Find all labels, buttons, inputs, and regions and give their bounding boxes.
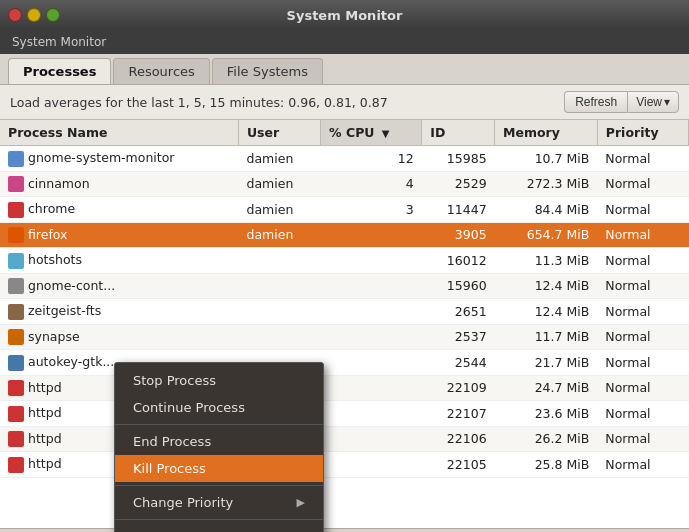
ctx-kill-process[interactable]: Kill Process <box>115 455 323 482</box>
process-priority: Normal <box>597 401 688 427</box>
maximize-button[interactable] <box>46 8 60 22</box>
process-id: 11447 <box>422 197 495 223</box>
ctx-change-priority[interactable]: Change Priority ▶ <box>115 489 323 516</box>
toolbar: Load averages for the last 1, 5, 15 minu… <box>0 85 689 120</box>
tab-processes[interactable]: Processes <box>8 58 111 84</box>
process-icon <box>8 278 24 294</box>
process-memory: 272.3 MiB <box>495 171 598 197</box>
process-priority: Normal <box>597 324 688 350</box>
process-icon <box>8 355 24 371</box>
process-memory: 21.7 MiB <box>495 350 598 376</box>
col-priority[interactable]: Priority <box>597 120 688 146</box>
col-process-name[interactable]: Process Name <box>0 120 238 146</box>
window-controls <box>8 8 60 22</box>
ctx-continue-process[interactable]: Continue Process <box>115 394 323 421</box>
process-memory: 11.7 MiB <box>495 324 598 350</box>
tab-file-systems[interactable]: File Systems <box>212 58 323 84</box>
process-name: httpd <box>28 380 62 395</box>
ctx-separator-1 <box>115 424 323 425</box>
process-user <box>238 273 320 299</box>
ctx-memory-maps[interactable]: Memory Maps <box>115 523 323 532</box>
process-cpu <box>321 324 422 350</box>
process-priority: Normal <box>597 350 688 376</box>
process-id: 3905 <box>422 222 495 248</box>
ctx-end-process[interactable]: End Process <box>115 428 323 455</box>
process-priority: Normal <box>597 426 688 452</box>
table-row[interactable]: gnome-system-monitordamien121598510.7 Mi… <box>0 146 689 172</box>
process-cpu: 3 <box>321 197 422 223</box>
table-row[interactable]: firefoxdamien3905654.7 MiBNormal <box>0 222 689 248</box>
process-id: 2529 <box>422 171 495 197</box>
toolbar-right: Refresh View ▾ <box>564 91 679 113</box>
title-bar: System Monitor <box>0 0 689 30</box>
process-memory: 12.4 MiB <box>495 273 598 299</box>
table-row[interactable]: gnome-cont...1596012.4 MiBNormal <box>0 273 689 299</box>
tab-resources[interactable]: Resources <box>113 58 209 84</box>
process-name: synapse <box>28 329 80 344</box>
process-id: 22106 <box>422 426 495 452</box>
process-memory: 654.7 MiB <box>495 222 598 248</box>
menu-item-system-monitor[interactable]: System Monitor <box>6 33 112 51</box>
process-id: 2544 <box>422 350 495 376</box>
process-cpu <box>321 426 422 452</box>
process-name: hotshots <box>28 252 82 267</box>
bottom-bar: End Process <box>0 528 689 532</box>
submenu-arrow-icon: ▶ <box>297 496 305 509</box>
process-icon <box>8 202 24 218</box>
col-memory[interactable]: Memory <box>495 120 598 146</box>
table-row[interactable]: cinnamondamien42529272.3 MiBNormal <box>0 171 689 197</box>
process-id: 15985 <box>422 146 495 172</box>
process-icon <box>8 304 24 320</box>
process-priority: Normal <box>597 222 688 248</box>
process-priority: Normal <box>597 299 688 325</box>
table-row[interactable]: httpd2210924.7 MiBNormal <box>0 375 689 401</box>
table-row[interactable]: zeitgeist-fts265112.4 MiBNormal <box>0 299 689 325</box>
col-id[interactable]: ID <box>422 120 495 146</box>
process-icon <box>8 431 24 447</box>
process-cpu <box>321 299 422 325</box>
process-icon <box>8 457 24 473</box>
process-memory: 11.3 MiB <box>495 248 598 274</box>
view-button[interactable]: View ▾ <box>627 91 679 113</box>
process-name: httpd <box>28 431 62 446</box>
process-id: 22109 <box>422 375 495 401</box>
table-row[interactable]: autokey-gtk...254421.7 MiBNormal <box>0 350 689 376</box>
window-title: System Monitor <box>68 8 621 23</box>
table-row[interactable]: synapse253711.7 MiBNormal <box>0 324 689 350</box>
process-id: 15960 <box>422 273 495 299</box>
process-table-wrapper: Process Name User % CPU ▼ ID Memory Prio… <box>0 120 689 528</box>
process-cpu: 12 <box>321 146 422 172</box>
col-user[interactable]: User <box>238 120 320 146</box>
minimize-button[interactable] <box>27 8 41 22</box>
col-cpu[interactable]: % CPU ▼ <box>321 120 422 146</box>
process-memory: 23.6 MiB <box>495 401 598 427</box>
table-row[interactable]: httpd2210626.2 MiBNormal <box>0 426 689 452</box>
process-priority: Normal <box>597 452 688 478</box>
table-row[interactable]: httpd2210723.6 MiBNormal <box>0 401 689 427</box>
process-priority: Normal <box>597 146 688 172</box>
process-cpu <box>321 452 422 478</box>
close-button[interactable] <box>8 8 22 22</box>
load-averages-label: Load averages for the last 1, 5, 15 minu… <box>10 95 388 110</box>
table-header-row: Process Name User % CPU ▼ ID Memory Prio… <box>0 120 689 146</box>
process-cpu <box>321 350 422 376</box>
process-memory: 10.7 MiB <box>495 146 598 172</box>
context-menu: Stop Process Continue Process End Proces… <box>114 362 324 532</box>
process-cpu <box>321 375 422 401</box>
process-name: httpd <box>28 405 62 420</box>
process-priority: Normal <box>597 273 688 299</box>
ctx-stop-process[interactable]: Stop Process <box>115 367 323 394</box>
table-row[interactable]: hotshots1601211.3 MiBNormal <box>0 248 689 274</box>
process-user <box>238 299 320 325</box>
process-id: 22107 <box>422 401 495 427</box>
process-id: 2651 <box>422 299 495 325</box>
table-row[interactable]: httpd2210525.8 MiBNormal <box>0 452 689 478</box>
tab-bar: Processes Resources File Systems <box>0 54 689 85</box>
menu-bar: System Monitor <box>0 30 689 54</box>
process-user <box>238 248 320 274</box>
process-id: 2537 <box>422 324 495 350</box>
process-priority: Normal <box>597 375 688 401</box>
refresh-button[interactable]: Refresh <box>564 91 627 113</box>
table-row[interactable]: chromedamien31144784.4 MiBNormal <box>0 197 689 223</box>
main-content: Process Name User % CPU ▼ ID Memory Prio… <box>0 120 689 528</box>
